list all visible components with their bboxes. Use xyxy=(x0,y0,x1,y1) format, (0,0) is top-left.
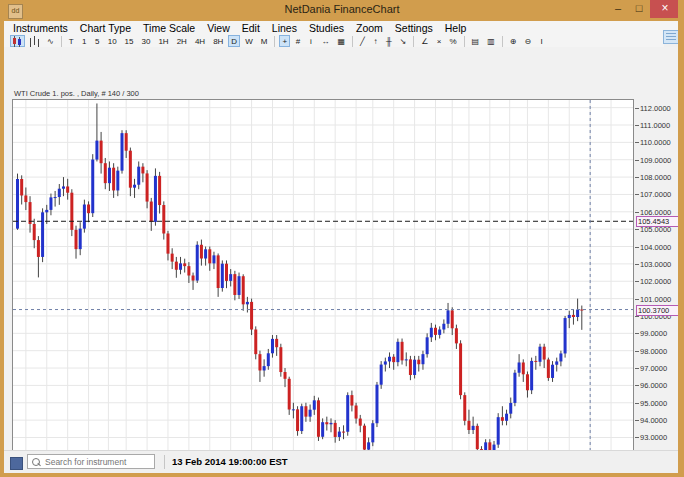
price-tick-mark xyxy=(635,281,639,282)
window-title: NetDania FinanceChart xyxy=(0,3,684,15)
price-tick-mark xyxy=(635,125,639,126)
price-tick-label: 109.0000 xyxy=(640,156,671,165)
menu-view[interactable]: View xyxy=(201,22,236,34)
timeframe-10m-button[interactable]: 10 xyxy=(105,35,120,47)
timeframe-5m-button[interactable]: 5 xyxy=(92,35,103,47)
statusbar-datetime: 13 Feb 2014 19:00:00 EST xyxy=(172,456,288,467)
bar-chart-button[interactable] xyxy=(27,35,42,47)
timeframe-2h-button[interactable]: 2H xyxy=(174,35,190,47)
price-tick-mark xyxy=(635,194,639,195)
instrument-search-box[interactable] xyxy=(27,454,155,469)
zoom-in-button[interactable]: ⊕ xyxy=(507,35,520,47)
chart-panel: WTI Crude 1. pos. , Daily, # 140 / 300 1… xyxy=(4,47,678,450)
price-axis[interactable]: 112.0000111.0000110.0000109.0000108.0000… xyxy=(635,94,681,476)
timeframe-1h-button[interactable]: 1H xyxy=(155,35,171,47)
price-tick-label: 97.0000 xyxy=(640,364,667,373)
price-tick-label: 104.0000 xyxy=(640,243,671,252)
maximize-button[interactable]: □ xyxy=(629,0,649,18)
price-tick-mark xyxy=(635,229,639,230)
price-tick-label: 108.0000 xyxy=(640,173,671,182)
toolbar-separator xyxy=(61,36,62,47)
measure-button[interactable]: I xyxy=(536,35,547,47)
timeframe-15m-button[interactable]: 15 xyxy=(122,35,137,47)
candlestick-chart-icon xyxy=(13,36,22,47)
panel-toggle-icon[interactable] xyxy=(663,30,679,44)
price-tick-label: 101.0000 xyxy=(640,295,671,304)
menu-instruments[interactable]: Instruments xyxy=(7,22,74,34)
menu-edit[interactable]: Edit xyxy=(236,22,266,34)
price-tick-label: 99.0000 xyxy=(640,329,667,338)
info-button[interactable]: i xyxy=(305,35,316,47)
menu-studies[interactable]: Studies xyxy=(303,22,350,34)
menu-help[interactable]: Help xyxy=(439,22,473,34)
price-tick-label: 95.0000 xyxy=(640,399,667,408)
toolbar-separator xyxy=(464,36,465,47)
delete-drawing-button[interactable]: × xyxy=(433,35,444,47)
print-button[interactable]: ▤ xyxy=(469,35,483,47)
toolbar-separator xyxy=(502,36,503,47)
percent-button[interactable]: % xyxy=(446,35,459,47)
parallel-channel-button[interactable]: ╫ xyxy=(383,35,395,47)
menu-chart-type[interactable]: Chart Type xyxy=(74,22,137,34)
candlestick-chart-button[interactable] xyxy=(10,35,25,47)
timeframe-tick-button[interactable]: T xyxy=(66,35,77,47)
grid-button[interactable]: # xyxy=(292,35,303,47)
crosshair-price-readout: 100.3700 xyxy=(636,305,680,316)
vertical-line-button[interactable]: ↑ xyxy=(370,35,381,47)
close-button[interactable]: × xyxy=(650,0,680,18)
price-tick-label: 96.0000 xyxy=(640,381,667,390)
application-window: dd NetDania FinanceChart – □ × Instrumen… xyxy=(0,0,684,477)
price-tick-mark xyxy=(635,420,639,421)
price-tick-mark xyxy=(635,177,639,178)
price-tick-mark xyxy=(635,333,639,334)
price-tick-mark xyxy=(635,299,639,300)
price-tick-label: 107.0000 xyxy=(640,190,671,199)
menu-settings[interactable]: Settings xyxy=(389,22,439,34)
candlestick-chart[interactable] xyxy=(12,99,634,475)
menu-time-scale[interactable]: Time Scale xyxy=(137,22,201,34)
instrument-legend: WTI Crude 1. pos. , Daily, # 140 / 300 xyxy=(14,89,139,98)
line-chart-button[interactable]: ∿ xyxy=(44,35,57,47)
price-tick-label: 102.0000 xyxy=(640,277,671,286)
price-tick-label: 98.0000 xyxy=(640,347,667,356)
timeframe-4h-button[interactable]: 4H xyxy=(192,35,208,47)
trendline-button[interactable]: ╱ xyxy=(357,35,368,47)
status-bar: 13 Feb 2014 19:00:00 EST xyxy=(4,450,678,474)
price-tick-mark xyxy=(635,264,639,265)
minimize-button[interactable]: – xyxy=(608,0,628,18)
toolbar-separator xyxy=(274,36,275,47)
price-tick-mark xyxy=(635,316,639,317)
menu-zoom[interactable]: Zoom xyxy=(350,22,389,34)
price-tick-mark xyxy=(635,212,639,213)
angle-button[interactable]: ∠ xyxy=(418,35,431,47)
timeframe-weekly-button[interactable]: W xyxy=(242,35,256,47)
search-icon xyxy=(32,458,40,466)
arrow-draw-button[interactable]: ↘ xyxy=(397,35,410,47)
menu-lines[interactable]: Lines xyxy=(266,22,303,34)
price-tick-mark xyxy=(635,368,639,369)
timeframe-1m-button[interactable]: 1 xyxy=(79,35,90,47)
timeframe-30m-button[interactable]: 30 xyxy=(139,35,154,47)
price-tick-mark xyxy=(635,403,639,404)
timeframe-8h-button[interactable]: 8H xyxy=(210,35,226,47)
crosshair-button[interactable]: + xyxy=(279,35,290,47)
timeframe-monthly-button[interactable]: M xyxy=(258,35,271,47)
price-tick-label: 111.0000 xyxy=(640,121,670,130)
toolbar-separator xyxy=(352,36,353,47)
hline-price-readout: 105.4543 xyxy=(636,216,680,227)
pan-button[interactable]: ↔ xyxy=(318,35,332,47)
toolbar-separator xyxy=(413,36,414,47)
toolbar: ∿T151015301H2H4H8HDWM+#i↔▦╱↑╫↘∠×%▤▥⊕⊖I xyxy=(4,34,664,48)
price-tick-mark xyxy=(635,437,639,438)
price-tick-mark xyxy=(635,160,639,161)
menu-bar: InstrumentsChart TypeTime ScaleViewEditL… xyxy=(4,21,678,34)
timeframe-daily-button[interactable]: D xyxy=(228,35,240,47)
search-input[interactable] xyxy=(43,456,154,468)
print-preview-button[interactable]: ▥ xyxy=(484,35,498,47)
bar-chart-icon xyxy=(30,36,39,47)
indicator-button[interactable]: ▦ xyxy=(334,35,348,47)
price-tick-label: 110.0000 xyxy=(640,138,671,147)
title-bar[interactable]: dd NetDania FinanceChart – □ × xyxy=(0,0,684,21)
price-tick-mark xyxy=(635,142,639,143)
zoom-out-button[interactable]: ⊖ xyxy=(521,35,534,47)
